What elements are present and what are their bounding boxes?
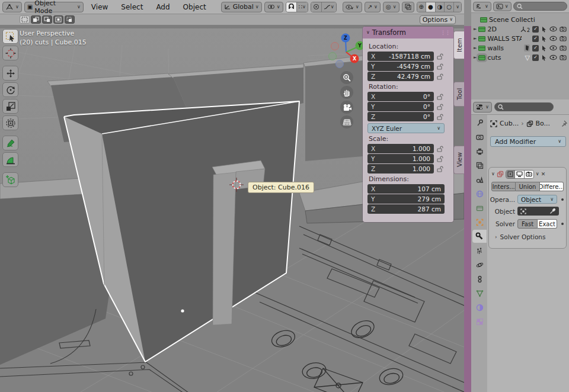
menu-select[interactable]: Select [116,1,148,13]
pan-hand-button[interactable] [340,86,353,99]
camera-view-button[interactable] [340,101,353,114]
solver-options-subpanel[interactable]: › Solver Options [489,229,566,240]
options-dropdown[interactable]: Options ∨ [420,15,456,24]
operation-intersect-button[interactable]: Inters... [491,182,516,191]
tool-move[interactable] [2,66,18,81]
eye-icon[interactable] [549,36,557,41]
transform-panel-header[interactable]: ∨ Transform ⋮⋮ [363,27,453,38]
select-mode-intersect-button[interactable] [65,15,75,24]
rotation-mode-dropdown[interactable]: XYZ Euler ∨ [367,123,445,133]
tab-texture[interactable] [472,315,487,328]
tab-output[interactable] [472,144,487,158]
sidebar-tab-tool[interactable]: Tool [453,82,464,107]
modifier-extras-dropdown[interactable]: ∨ [536,172,539,176]
dimensions-z-field[interactable]: Z287 cm [367,204,445,214]
tab-modifiers[interactable] [472,230,487,243]
menu-object[interactable]: Object [178,1,212,13]
camera-restrict-icon[interactable] [560,36,567,41]
expand-arrow-icon[interactable]: ► [474,27,477,31]
navigation-gizmo[interactable]: Z Y X [325,30,367,71]
selectable-icon[interactable] [541,26,547,33]
tool-rotate[interactable] [2,82,18,97]
tab-object[interactable] [472,216,487,229]
checkbox-icon[interactable]: ✓ [532,54,539,61]
render-display-toggle[interactable] [525,171,533,178]
tool-select-box[interactable] [2,29,18,44]
lock-icon[interactable] [436,155,444,163]
expand-arrow-icon[interactable]: ► [474,46,477,50]
menu-add[interactable]: Add [151,1,175,13]
operation-union-button[interactable]: Union [516,182,539,191]
location-x-field[interactable]: X-1587118 cm [367,52,434,61]
outliner-row-cuts[interactable]: ► cuts ▽ ✓ [471,53,569,62]
panel-collapse-icon[interactable]: ∨ [491,172,495,176]
filter-dropdown[interactable]: ∨ [493,2,512,11]
select-mode-invert-button[interactable] [53,15,63,24]
rotation-x-field[interactable]: X0° [367,92,434,101]
tool-add-cube[interactable] [2,172,18,187]
proportional-toggle[interactable] [311,2,322,12]
gizmo-axis-neg-y[interactable] [329,53,337,60]
pin-icon[interactable] [561,120,567,127]
checkbox-icon[interactable]: ✓ [532,26,539,33]
orientation-dropdown[interactable]: Global ∨ [221,2,262,12]
tab-material[interactable] [472,301,487,314]
lock-icon[interactable] [436,53,444,60]
sidebar-tab-view[interactable]: View [453,146,464,174]
select-mode-subtract-button[interactable] [42,15,52,24]
lock-icon[interactable] [436,93,444,101]
camera-restrict-icon[interactable] [560,54,567,60]
lock-icon[interactable] [436,103,444,111]
gizmos-dropdown[interactable]: ↗ ∨ [365,2,381,12]
tab-view-layer[interactable] [472,159,487,172]
tab-world[interactable] [472,187,487,200]
animate-dot-icon[interactable] [561,198,564,201]
outliner-row-scene-collection[interactable]: Scene Collecti [471,15,569,24]
camera-restrict-icon[interactable] [560,26,567,32]
sidebar-region-strip[interactable] [464,26,471,392]
tab-physics[interactable] [472,258,487,271]
scale-z-field[interactable]: Z1.000 [367,164,434,173]
outliner-row-walls-sta[interactable]: ► WALLS STA ✓ [471,34,569,43]
tool-cursor[interactable] [2,46,18,60]
expand-arrow-icon[interactable]: ► [474,36,477,41]
menu-view[interactable]: View [86,1,113,13]
selectable-icon[interactable] [541,36,547,42]
operation-difference-button[interactable]: Differe... [540,182,564,191]
xray-toggle[interactable] [402,2,414,12]
dimensions-x-field[interactable]: X107 cm [367,184,445,194]
shading-rendered-button[interactable]: ○ [445,2,454,12]
select-mode-set-button[interactable] [20,15,30,24]
solver-fast-button[interactable]: Fast [517,219,538,229]
outliner-row-2d[interactable]: ► 2D 2 ✓ [471,24,569,34]
checkbox-icon[interactable]: ✓ [532,36,539,42]
lock-icon[interactable] [436,63,444,70]
scale-x-field[interactable]: X1.000 [367,144,434,153]
tool-transform[interactable] [2,115,18,130]
tool-annotate[interactable] [2,136,18,150]
operand-type-dropdown[interactable]: Object ∨ [517,195,557,204]
outliner-row-walls[interactable]: ► walls ✓ [471,43,569,53]
outliner-search-input[interactable] [513,2,567,11]
selectable-icon[interactable] [541,45,547,52]
tab-render[interactable] [472,130,487,143]
tab-object-data[interactable] [472,287,487,300]
camera-restrict-icon[interactable] [560,45,567,51]
tab-scene[interactable] [472,173,487,186]
select-mode-extend-button[interactable] [31,15,41,24]
tab-particles[interactable] [472,244,487,257]
tool-measure[interactable] [2,152,18,167]
falloff-dropdown[interactable]: ∨ [322,2,336,12]
checkbox-icon[interactable]: ✓ [532,45,539,52]
overlays-dropdown[interactable]: ◎ ∨ [383,2,399,12]
pivot-point-dropdown[interactable]: ∨ [264,2,283,12]
sidebar-tab-item[interactable]: Item [453,31,464,59]
selectable-icon[interactable] [541,54,547,61]
eye-icon[interactable] [549,26,557,32]
delete-modifier-button[interactable]: ✕ [541,171,546,177]
scale-y-field[interactable]: Y1.000 [367,154,434,163]
snap-settings-dropdown[interactable]: ∷ ∨ [297,2,308,12]
orthographic-toggle-button[interactable] [340,115,353,128]
animate-dot-icon[interactable] [561,223,564,225]
visibility-dropdown[interactable]: ∨ [343,2,362,12]
